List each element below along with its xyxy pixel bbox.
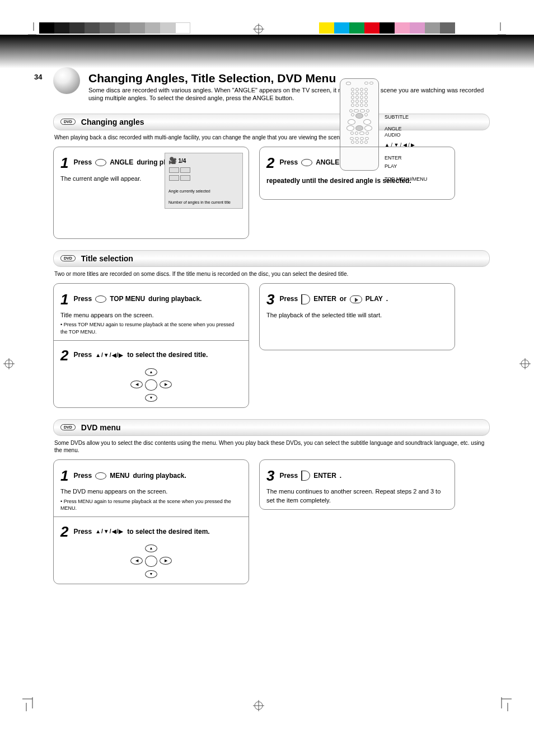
step-text: or xyxy=(340,294,346,304)
section-description: Two or more titles are recorded on some … xyxy=(54,270,489,278)
step-text: Press xyxy=(73,158,92,167)
step-text: Press xyxy=(73,527,92,537)
remote-label: AUDIO xyxy=(385,133,427,138)
grayscale-calibration-strip xyxy=(39,22,190,34)
step-body: The DVD menu appears on the screen. xyxy=(60,487,242,496)
step-text: Press xyxy=(279,158,298,167)
step-text: repeatedly until the desired angle is se… xyxy=(266,176,411,186)
inset-caption: Angle currently selected xyxy=(168,189,210,194)
step-text: Press xyxy=(73,471,92,481)
crop-mark-icon xyxy=(22,697,36,711)
step-text: to select the desired item. xyxy=(127,527,209,537)
dpad-icon: ▲▼◀▶ xyxy=(126,544,176,578)
step-box: 3 Press ENTER . The menu continues to an… xyxy=(259,459,455,510)
inset-caption: Number of angles in the current title xyxy=(168,200,231,205)
play-button-icon xyxy=(350,295,362,303)
remote-label: ANGLE xyxy=(385,126,427,132)
enter-button-icon xyxy=(301,294,310,304)
registration-mark-icon xyxy=(519,358,531,369)
section-bar-dvd-menu: DVD DVD menu xyxy=(53,419,490,436)
step-button-label: ANGLE xyxy=(110,158,133,167)
decorative-sphere-icon xyxy=(53,67,80,94)
arrow-keys-icon: ▲/▼/◀/▶ xyxy=(95,351,124,359)
step-box: 1 Press ANGLE during playback. The curre… xyxy=(53,147,249,239)
step-button-label: ANGLE xyxy=(316,158,339,167)
page-title: Changing Angles, Title Selection, DVD Me… xyxy=(88,72,490,85)
remote-label: SUBTITLE xyxy=(385,115,427,120)
step-button-label: PLAY xyxy=(366,294,383,304)
step-box: 1 Press MENU during playback. The DVD me… xyxy=(53,459,249,584)
step-text: during playback. xyxy=(133,471,186,481)
step-note: • Press TOP MENU again to resume playbac… xyxy=(60,321,242,335)
color-calibration-strip xyxy=(319,22,455,34)
page-subtitle: Some discs are recorded with various ang… xyxy=(88,86,490,102)
osd-inset: 🎥 1/4 Angle currently selected Number of… xyxy=(165,153,243,209)
crop-mark-icon xyxy=(498,697,512,711)
top-menu-button-icon xyxy=(95,295,106,303)
step-button-label: MENU xyxy=(110,471,129,481)
angle-button-icon xyxy=(301,159,312,166)
dvd-badge-icon: DVD xyxy=(60,119,76,125)
step-button-label: ENTER xyxy=(313,294,336,304)
registration-mark-icon xyxy=(253,700,264,711)
angle-readout: 1/4 xyxy=(179,158,186,164)
section-title: Changing angles xyxy=(81,118,144,126)
step-body: Title menu appears on the screen. xyxy=(60,311,242,320)
camera-icon: 🎥 xyxy=(168,157,177,165)
crop-mark-icon xyxy=(495,22,506,39)
step-box: 2 Press ANGLE repeatedly until the desir… xyxy=(259,147,455,200)
step-box: 3 Press ENTER or PLAY . The playback of … xyxy=(259,283,455,350)
crop-mark-icon xyxy=(28,22,39,39)
dpad-icon: ▲▼◀▶ xyxy=(126,368,176,402)
step-text: during playback. xyxy=(148,294,202,304)
step-note: • Press MENU again to resume playback at… xyxy=(60,498,242,512)
step-text: Press xyxy=(279,294,298,304)
step-text: . xyxy=(340,471,341,481)
arrow-keys-icon: ▲/▼/◀/▶ xyxy=(95,528,124,536)
step-body: The menu continues to another screen. Re… xyxy=(266,487,448,505)
section-title: Title selection xyxy=(81,254,133,263)
registration-mark-icon xyxy=(3,358,15,369)
section-bar-title: DVD Title selection xyxy=(53,250,490,267)
step-text: Press xyxy=(279,471,298,481)
section-title: DVD menu xyxy=(81,423,121,432)
enter-button-icon xyxy=(301,471,310,481)
angle-button-icon xyxy=(95,159,106,166)
step-text: Press xyxy=(73,294,92,304)
step-button-label: ENTER xyxy=(313,471,336,481)
menu-button-icon xyxy=(95,472,106,480)
section-description: Some DVDs allow you to select the disc c… xyxy=(54,439,489,454)
step-text: to select the desired title. xyxy=(127,350,208,360)
step-button-label: TOP MENU xyxy=(110,294,145,304)
step-text: . xyxy=(386,294,388,304)
header-gradient xyxy=(0,35,534,68)
step-box: 1 Press TOP MENU during playback. Title … xyxy=(53,283,249,408)
step-body: The playback of the selected title will … xyxy=(266,311,448,320)
page-number: 34 xyxy=(34,73,42,81)
registration-mark-icon xyxy=(253,24,264,35)
step-text: Press xyxy=(73,350,92,360)
dvd-badge-icon: DVD xyxy=(60,255,76,261)
dvd-badge-icon: DVD xyxy=(60,424,76,430)
